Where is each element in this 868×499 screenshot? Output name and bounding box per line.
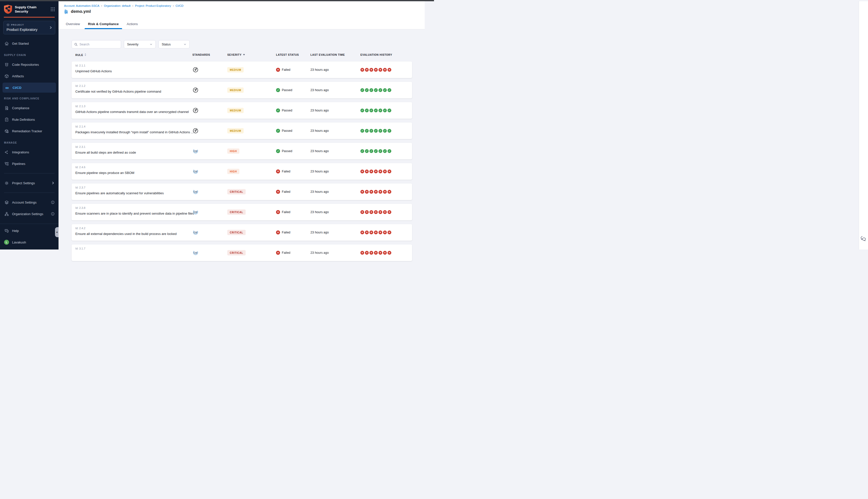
- evaluation-history-cell: ✓✓✓✓✓✓✓: [360, 149, 391, 153]
- project-label: PROJECT: [7, 23, 52, 26]
- check-circle-icon: ✓: [378, 149, 382, 153]
- doc-search-icon: [4, 106, 9, 110]
- rule-cell: Id: 2.1.1Unpinned GitHub Actions: [75, 64, 112, 73]
- severity-filter-dropdown[interactable]: Severity: [124, 40, 156, 48]
- app-switcher-grid-icon[interactable]: [50, 7, 55, 12]
- breadcrumb-link[interactable]: Account: Automation-SSCA: [64, 4, 99, 7]
- sidebar-user[interactable]: L Lavakush: [0, 236, 59, 248]
- latest-status-cell: ✕Failed: [276, 230, 290, 234]
- status-filter-dropdown[interactable]: Status: [158, 40, 190, 48]
- rule-row[interactable]: Id: 2.3.1Ensure all build steps are defi…: [72, 143, 412, 159]
- rule-row[interactable]: Id: 2.4.6Ensure pipeline steps produce a…: [72, 163, 412, 180]
- x-circle-icon: ✕: [378, 190, 382, 194]
- breadcrumb-link[interactable]: Organization: default: [104, 4, 131, 7]
- x-circle-icon: ✕: [370, 190, 373, 194]
- sidebar-item-organization-settings[interactable]: Organization Settings: [0, 208, 59, 220]
- rule-title: Ensure pipeline steps produce an SBOM: [75, 171, 134, 175]
- integrations-icon: [4, 150, 9, 155]
- x-circle-icon: ✕: [365, 210, 369, 214]
- sidebar-item-code-repositories[interactable]: Code Repositories: [0, 59, 59, 70]
- rule-row[interactable]: Id: 2.3.8Ensure scanners are in place to…: [72, 204, 412, 220]
- gear-icon: [4, 181, 9, 185]
- rule-id: Id: 2.3.1: [75, 145, 136, 148]
- severity-filter-label: Severity: [127, 43, 138, 46]
- rule-row[interactable]: Id: 2.4.2Ensure all external dependencie…: [72, 224, 412, 241]
- column-header-severity[interactable]: SEVERITY: [227, 53, 245, 56]
- cis-icon: CIS: [188, 229, 203, 235]
- rule-row[interactable]: Id: 2.1.1Unpinned GitHub ActionsMEDIUM✕F…: [72, 61, 412, 78]
- sidebar-item-pipelines[interactable]: Pipelines: [0, 158, 59, 169]
- x-circle-icon: ✕: [387, 210, 391, 214]
- x-circle-icon: ✕: [276, 68, 280, 72]
- column-label: LATEST STATUS: [276, 53, 299, 56]
- column-header-rule[interactable]: RULE: [75, 53, 86, 57]
- rule-title: GitHub Actions pipeline commands transmi…: [75, 110, 183, 114]
- nav-section-label: MANAGE: [0, 141, 59, 144]
- rule-row[interactable]: Id: 2.1.3GitHub Actions pipeline command…: [72, 102, 412, 119]
- last-evaluation-time: 23 hours ago: [311, 190, 329, 194]
- rule-row[interactable]: Id: 2.1.2Certificate not verified by Git…: [72, 82, 412, 98]
- org-chart-icon: [4, 211, 9, 216]
- severity-badge: CRITICAL: [227, 210, 246, 215]
- sidebar-item-rule-definitions[interactable]: Rule Definitions: [0, 114, 59, 125]
- check-circle-icon: ✓: [374, 109, 378, 112]
- x-circle-icon: ✕: [360, 190, 364, 194]
- search-input[interactable]: [80, 43, 118, 46]
- code-repo-icon: [4, 62, 9, 67]
- tab-risk-compliance[interactable]: Risk & Compliance: [88, 22, 119, 29]
- nav-item-label: Artifacts: [12, 74, 24, 78]
- app-title: Supply Chain Security: [15, 5, 50, 14]
- x-circle-icon: ✕: [365, 170, 369, 173]
- severity-cell: CRITICAL: [227, 210, 246, 215]
- latest-status-cell: ✓Passed: [276, 149, 292, 153]
- sidebar-nav: Get StartedSUPPLY CHAINCode Repositories…: [0, 38, 59, 224]
- sidebar-item-help[interactable]: ? Help: [0, 225, 59, 236]
- breadcrumb-link[interactable]: CI/CD: [176, 4, 183, 7]
- project-selector[interactable]: PROJECT Product Exploratory: [3, 21, 55, 34]
- x-circle-icon: ✕: [370, 170, 373, 173]
- column-header-last-evaluation-time[interactable]: LAST EVALUATION TIME: [311, 53, 345, 56]
- x-circle-icon: ✕: [365, 68, 369, 72]
- status-label: Passed: [282, 88, 292, 92]
- status-label: Failed: [282, 210, 290, 214]
- sidebar-item-project-settings[interactable]: Project Settings: [0, 177, 59, 189]
- tab-bar: OverviewRisk & ComplianceActions: [59, 18, 425, 29]
- sort-both-icon: [84, 53, 86, 57]
- x-circle-icon: ✕: [378, 231, 382, 234]
- sidebar-item-account-settings[interactable]: Account Settings: [0, 196, 59, 208]
- nav-section-label: RISK AND COMPLIANCE: [0, 97, 59, 100]
- x-circle-icon: ✕: [365, 190, 369, 194]
- x-circle-icon: ✕: [360, 170, 364, 173]
- x-circle-icon: ✕: [370, 68, 373, 72]
- x-circle-icon: ✕: [374, 190, 378, 194]
- check-circle-icon: ✓: [370, 88, 373, 92]
- evaluation-history-cell: ✓✓✓✓✓✓✓: [360, 129, 391, 133]
- sidebar-item-ci-cd[interactable]: ∞CI/CD: [2, 83, 56, 93]
- sidebar-item-compliance[interactable]: Compliance: [0, 102, 59, 114]
- sidebar-item-remediation-tracker[interactable]: Remediation Tracker: [0, 125, 59, 137]
- project-name: Product Exploratory: [7, 28, 52, 32]
- sidebar-collapse-handle[interactable]: ◀: [55, 227, 59, 237]
- rule-row[interactable]: Id: 2.1.4Packages insecurely installed t…: [72, 122, 412, 139]
- breadcrumb-link[interactable]: Project: Product Exploratory: [135, 4, 171, 7]
- x-circle-icon: ✕: [276, 169, 280, 173]
- sidebar-item-get-started[interactable]: Get Started: [0, 38, 59, 49]
- column-header-standards[interactable]: STANDARDS: [192, 53, 210, 56]
- sidebar-item-artifacts[interactable]: Artifacts: [0, 70, 59, 82]
- tab-actions[interactable]: Actions: [127, 22, 138, 29]
- rule-row[interactable]: Id: 3.1.7CISCRITICAL✕Failed23 hours ago✕…: [72, 244, 412, 250]
- sidebar-item-integrations[interactable]: Integrations: [0, 146, 59, 158]
- severity-cell: HIGH: [227, 149, 239, 154]
- rule-id: Id: 2.1.1: [75, 64, 112, 67]
- sidebar-divider: [4, 173, 55, 173]
- rule-row[interactable]: Id: 2.3.7Ensure pipelines are automatica…: [72, 183, 412, 200]
- rule-id: Id: 2.3.7: [75, 186, 164, 189]
- breadcrumb-separator: ›: [132, 4, 133, 8]
- severity-cell: CRITICAL: [227, 189, 246, 195]
- nav-item-label: Pipelines: [12, 162, 25, 166]
- check-circle-icon: ✓: [374, 88, 378, 92]
- tab-overview[interactable]: Overview: [66, 22, 80, 29]
- column-header-latest-status[interactable]: LATEST STATUS: [276, 53, 299, 56]
- breadcrumb: Account: Automation-SSCA›Organization: d…: [64, 1, 425, 8]
- column-header-evaluation-history[interactable]: EVALUATION HISTORY: [360, 53, 392, 56]
